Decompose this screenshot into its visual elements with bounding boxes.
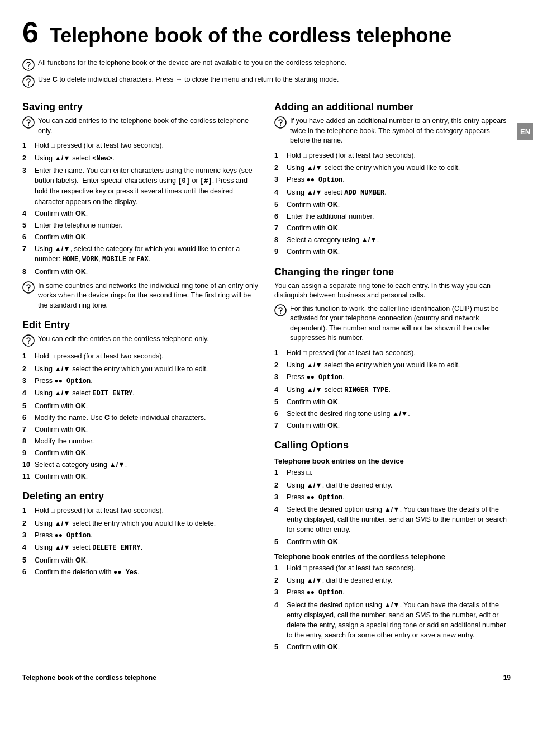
step-item: 2 Using ▲/▼ select the entry which you w… bbox=[22, 518, 259, 528]
ringer-tone-steps: 1 Hold □ pressed (for at least two secon… bbox=[274, 348, 511, 431]
svg-point-5 bbox=[28, 125, 29, 126]
intro-block-2: Use C to delete individual characters. P… bbox=[22, 75, 511, 88]
step-item: 2 Using ▲/▼ select the entry which you w… bbox=[274, 163, 511, 173]
step-item: 4 Using ▲/▼ select RINGER TYPE. bbox=[274, 385, 511, 395]
step-item: 3 Press ●● Option. bbox=[274, 372, 511, 382]
intro-text-1: All functions for the telephone book of … bbox=[38, 59, 346, 67]
step-item: 3 Enter the name. You can enter characte… bbox=[22, 166, 259, 207]
right-column: Adding an additional number If you have … bbox=[274, 92, 511, 656]
saving-entry-steps: 1 Hold □ pressed (for at least two secon… bbox=[22, 140, 259, 277]
step-item: 1 Hold □ pressed (for at least two secon… bbox=[274, 563, 511, 574]
step-item: 8 Confirm with OK. bbox=[22, 267, 259, 277]
intro-text-2: Use C to delete individual characters. P… bbox=[38, 75, 339, 83]
step-item: 6 Confirm with OK. bbox=[22, 232, 259, 242]
calling-options-device-steps: 1 Press □. 2 Using ▲/▼, dial the desired… bbox=[274, 467, 511, 546]
step-item: 2 Using ▲/▼ select <New>. bbox=[22, 153, 259, 164]
ringer-tone-note-text: For this function to work, the caller li… bbox=[290, 304, 511, 343]
svg-point-3 bbox=[28, 84, 29, 86]
ringer-tone-note: For this function to work, the caller li… bbox=[274, 304, 511, 343]
page-title: 6 Telephone book of the cordless telepho… bbox=[22, 17, 511, 49]
step-item: 5 Confirm with OK. bbox=[274, 642, 511, 652]
footer-right: 19 bbox=[503, 674, 511, 682]
sub-title-cordless: Telephone book entries of the cordless t… bbox=[274, 552, 511, 561]
step-item: 2 Using ▲/▼, dial the desired entry. bbox=[274, 480, 511, 490]
info-icon-2 bbox=[22, 75, 35, 88]
step-item: 1 Press □. bbox=[274, 467, 511, 478]
saving-entry-note2-text: In some countries and networks the indiv… bbox=[38, 281, 259, 311]
chapter-title: Telephone book of the cordless telephone bbox=[50, 24, 451, 47]
step-item: 7 Confirm with OK. bbox=[22, 424, 259, 434]
step-item: 3 Press ●● Option. bbox=[274, 492, 511, 503]
step-item: 5 Confirm with OK. bbox=[22, 555, 259, 565]
adding-number-note: If you have added an additional number t… bbox=[274, 116, 511, 146]
page-footer: Telephone book of the cordless telephone… bbox=[22, 670, 511, 682]
step-item: 8 Select a category using ▲/▼. bbox=[274, 235, 511, 245]
step-item: 1 Hold □ pressed (for at least two secon… bbox=[274, 150, 511, 161]
step-item: 1 Hold □ pressed (for at least two secon… bbox=[22, 140, 259, 151]
edit-entry-note-text: You can edit the entries on the cordless… bbox=[38, 334, 209, 344]
note-icon-ringer bbox=[274, 304, 287, 316]
saving-entry-note: You can add entries to the telephone boo… bbox=[22, 116, 259, 136]
step-item: 4 Using ▲/▼ select DELETE ENTRY. bbox=[22, 542, 259, 553]
step-item: 5 Confirm with OK. bbox=[274, 397, 511, 407]
intro-block-1: All functions for the telephone book of … bbox=[22, 59, 511, 71]
note-icon-edit bbox=[22, 334, 35, 347]
step-item: 10 Select a category using ▲/▼. bbox=[22, 460, 259, 470]
page: EN 6 Telephone book of the cordless tele… bbox=[0, 0, 533, 756]
step-item: 5 Confirm with OK. bbox=[274, 537, 511, 547]
step-item: 7 Using ▲/▼, select the category for whi… bbox=[22, 244, 259, 265]
step-item: 2 Using ▲/▼, dial the desired entry. bbox=[274, 575, 511, 585]
step-item: 4 Using ▲/▼ select EDIT ENTRY. bbox=[22, 388, 259, 399]
step-item: 1 Hold □ pressed (for at least two secon… bbox=[22, 505, 259, 516]
note-icon-adding bbox=[274, 116, 287, 129]
step-item: 3 Press ●● Option. bbox=[22, 376, 259, 386]
step-item: 3 Press ●● Option. bbox=[274, 587, 511, 598]
edit-entry-title: Edit Entry bbox=[22, 319, 259, 331]
info-icon-1 bbox=[22, 59, 35, 71]
edit-entry-steps: 1 Hold □ pressed (for at least two secon… bbox=[22, 351, 259, 481]
step-item: 6 Enter the additional number. bbox=[274, 211, 511, 221]
saving-entry-note-text: You can add entries to the telephone boo… bbox=[38, 116, 259, 136]
step-item: 7 Confirm with OK. bbox=[274, 223, 511, 233]
saving-entry-title: Saving entry bbox=[22, 101, 259, 113]
en-tab: EN bbox=[517, 123, 533, 140]
step-item: 4 Select the desired option using ▲/▼. Y… bbox=[274, 600, 511, 641]
chapter-number: 6 bbox=[22, 16, 39, 49]
edit-entry-note: You can edit the entries on the cordless… bbox=[22, 334, 259, 347]
step-item: 5 Confirm with OK. bbox=[274, 200, 511, 210]
calling-options-cordless-steps: 1 Hold □ pressed (for at least two secon… bbox=[274, 563, 511, 653]
step-item: 4 Using ▲/▼ select ADD NUMBER. bbox=[274, 187, 511, 198]
step-item: 9 Confirm with OK. bbox=[22, 448, 259, 458]
svg-point-7 bbox=[28, 290, 29, 291]
step-item: 2 Using ▲/▼ select the entry which you w… bbox=[274, 360, 511, 370]
deleting-entry-steps: 1 Hold □ pressed (for at least two secon… bbox=[22, 505, 259, 578]
svg-point-13 bbox=[280, 313, 281, 314]
step-item: 3 Press ●● Option. bbox=[22, 530, 259, 541]
deleting-entry-title: Deleting an entry bbox=[22, 490, 259, 502]
step-item: 1 Hold □ pressed (for at least two secon… bbox=[22, 351, 259, 362]
adding-number-title: Adding an additional number bbox=[274, 101, 511, 113]
step-item: 2 Using ▲/▼ select the entry which you w… bbox=[22, 364, 259, 374]
step-item: 6 Select the desired ring tone using ▲/▼… bbox=[274, 409, 511, 419]
left-column: Saving entry You can add entries to the … bbox=[22, 92, 259, 656]
step-item: 11 Confirm with OK. bbox=[22, 471, 259, 481]
adding-number-steps: 1 Hold □ pressed (for at least two secon… bbox=[274, 150, 511, 257]
two-column-layout: Saving entry You can add entries to the … bbox=[22, 92, 511, 656]
svg-point-9 bbox=[28, 343, 29, 344]
adding-number-note-text: If you have added an additional number t… bbox=[290, 116, 511, 146]
svg-point-1 bbox=[28, 68, 29, 69]
step-item: 4 Select the desired option using ▲/▼. Y… bbox=[274, 504, 511, 535]
note-icon-saving bbox=[22, 116, 35, 129]
step-item: 3 Press ●● Option. bbox=[274, 174, 511, 185]
step-item: 7 Confirm with OK. bbox=[274, 420, 511, 431]
footer-left: Telephone book of the cordless telephone bbox=[22, 674, 156, 682]
step-item: 6 Confirm the deletion with ●● Yes. bbox=[22, 567, 259, 578]
calling-options-title: Calling Options bbox=[274, 440, 511, 451]
step-item: 4 Confirm with OK. bbox=[22, 209, 259, 219]
step-item: 5 Confirm with OK. bbox=[22, 401, 259, 411]
step-item: 6 Modify the name. Use C to delete indiv… bbox=[22, 413, 259, 423]
ringer-tone-intro: You can assign a separate ring tone to e… bbox=[274, 281, 511, 301]
ringer-tone-title: Changing the ringer tone bbox=[274, 266, 511, 278]
svg-point-11 bbox=[280, 125, 281, 126]
step-item: 1 Hold □ pressed (for at least two secon… bbox=[274, 348, 511, 358]
